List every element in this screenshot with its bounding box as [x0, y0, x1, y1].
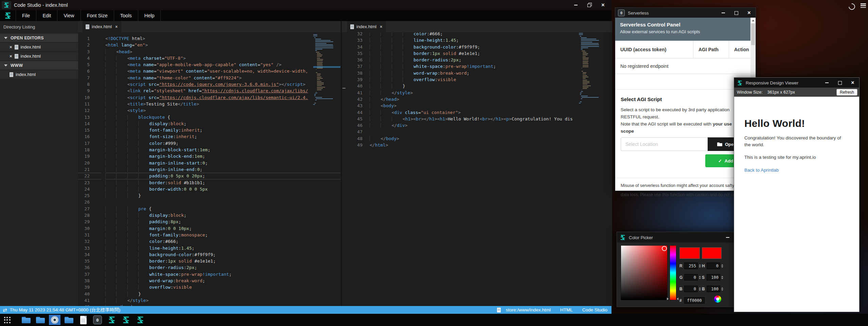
code-line[interactable]: <body> — [370, 102, 612, 109]
taskbar-icon-code-studio[interactable] — [120, 315, 132, 325]
code-line[interactable]: <h1><br></h1><h1>Hello World!<br></h1><p… — [370, 116, 612, 122]
sync-icon[interactable]: ⇄ — [3, 307, 7, 313]
taskbar-icon-code-studio[interactable] — [106, 315, 118, 325]
code-line[interactable]: <title>Testing Site</title> — [105, 101, 340, 107]
taskbar-icon-disc[interactable] — [49, 315, 60, 325]
code-line[interactable]: font-family:monospace; — [105, 232, 340, 238]
tab-index-html[interactable]: index.html × — [83, 21, 121, 32]
sidebar-item-index.html[interactable]: ×index.html — [0, 52, 78, 60]
code-line[interactable]: border-radius:2px; — [105, 264, 340, 271]
scroll-up-icon[interactable] — [750, 18, 756, 23]
code-line[interactable]: margin-block-end:1em; — [105, 153, 340, 159]
code-editor[interactable]: <!DOCTYPE html><html lang="en"> <head> <… — [105, 32, 340, 306]
code-line[interactable] — [105, 199, 340, 205]
refresh-button[interactable]: Refresh — [836, 89, 857, 96]
menu-help[interactable]: Help — [138, 10, 161, 21]
sidebar-item-index.html[interactable]: ×index.html — [0, 43, 78, 51]
minimize-button[interactable] — [825, 80, 829, 85]
hue-field[interactable]: 0 — [707, 263, 720, 269]
code-line[interactable]: <div class="ui container"> — [370, 109, 612, 116]
tab-index-html[interactable]: index.html × — [347, 21, 386, 32]
spinner-control[interactable] — [699, 276, 701, 279]
code-line[interactable]: border:1px solid #e1e1e1; — [370, 50, 612, 57]
code-line[interactable]: border-radius:2px; — [370, 57, 612, 63]
scroll-handle[interactable] — [342, 88, 346, 89]
code-line[interactable]: line-height:1.45; — [370, 37, 612, 43]
restore-button[interactable] — [587, 3, 592, 7]
status-filepath[interactable]: store:/www/index.html — [506, 307, 551, 312]
code-line[interactable]: </html> — [370, 142, 612, 148]
close-button[interactable]: × — [601, 3, 605, 7]
saturation-field[interactable]: 100 — [707, 274, 720, 281]
code-line[interactable]: <link rel="stylesheet" href="https://cdn… — [105, 88, 340, 94]
close-button[interactable]: × — [850, 80, 855, 85]
code-line[interactable]: <head> — [105, 49, 340, 55]
code-line[interactable]: overflow:visible — [105, 284, 340, 290]
code-line[interactable]: font-family:inherit; — [105, 127, 340, 133]
code-line[interactable] — [370, 129, 612, 135]
code-line[interactable]: background-color:#f9f9f9; — [105, 251, 340, 258]
code-line[interactable]: </head> — [105, 304, 340, 306]
code-line[interactable]: background-color:#f9f9f9; — [370, 44, 612, 50]
code-line[interactable]: border:solid #b1b1b1; — [105, 179, 340, 186]
menu-tools[interactable]: Tools — [114, 10, 138, 21]
code-line[interactable]: font-size:inherit; — [105, 133, 340, 140]
code-line[interactable]: word-wrap:break-word; — [105, 277, 340, 284]
minimap[interactable] — [313, 34, 340, 306]
scroll-thumb[interactable] — [751, 23, 755, 45]
code-line[interactable]: </style> — [105, 297, 340, 304]
hex-field[interactable]: ff0000 — [684, 297, 705, 304]
code-line[interactable]: color:#999; — [105, 140, 340, 147]
spinner-control[interactable] — [699, 287, 701, 291]
close-icon[interactable]: × — [10, 54, 12, 59]
taskbar-icon-folder[interactable] — [35, 315, 46, 325]
code-line[interactable]: } — [370, 83, 612, 89]
taskbar-icon-app-launcher[interactable] — [1, 315, 13, 325]
saturation-value-canvas[interactable] — [621, 245, 668, 300]
code-line[interactable]: } — [105, 192, 340, 199]
taskbar-icon-code-studio[interactable] — [135, 315, 146, 325]
code-line[interactable]: margin-inline-end:0; — [105, 166, 340, 173]
code-line[interactable]: </style> — [370, 90, 612, 96]
menu-edit[interactable]: Edit — [36, 10, 57, 21]
hue-slider[interactable] — [670, 245, 676, 300]
minimize-button[interactable] — [573, 3, 578, 7]
menu-view[interactable]: View — [57, 10, 81, 21]
blue-field[interactable]: 0 — [684, 286, 698, 292]
code-line[interactable]: blockquote { — [105, 114, 340, 120]
green-field[interactable]: 0 — [684, 274, 698, 281]
code-line[interactable]: padding:8px; — [105, 218, 340, 225]
minimap[interactable] — [579, 33, 610, 306]
color-selector-ring[interactable] — [662, 246, 667, 251]
code-line[interactable]: display:block; — [105, 120, 340, 127]
code-line[interactable]: border-width:0 0 0 5px — [105, 186, 340, 192]
maximize-button[interactable] — [734, 11, 739, 15]
close-tab-icon[interactable]: × — [115, 24, 118, 29]
code-line[interactable]: </div> — [370, 122, 612, 129]
taskbar-icon-folder[interactable] — [20, 315, 32, 325]
red-field[interactable]: 255 — [684, 263, 698, 269]
code-line[interactable]: white-space:pre-wrap!important; — [105, 271, 340, 277]
spinner-control[interactable] — [721, 287, 723, 291]
code-line[interactable]: color:#666; — [105, 238, 340, 245]
sidebar-section-open-editors[interactable]: OPEN EDITORS — [0, 34, 78, 42]
code-line[interactable]: margin-inline-start:0; — [105, 160, 340, 166]
code-line[interactable]: </body> — [370, 135, 612, 142]
code-line[interactable]: line-height:1.45; — [105, 245, 340, 251]
sidebar-section-www[interactable]: WWW — [0, 61, 78, 70]
code-line[interactable]: <script src="https://code.jquery.com/jqu… — [105, 81, 340, 88]
code-line[interactable]: <meta charset="UTF-8"> — [105, 55, 340, 61]
spinner-control[interactable] — [721, 264, 723, 268]
code-editor[interactable]: color:#666; line-height:1.45; background… — [370, 32, 612, 301]
code-line[interactable]: <html lang="en"> — [105, 42, 340, 48]
close-tab-icon[interactable]: × — [380, 24, 382, 29]
maximize-button[interactable] — [837, 80, 842, 85]
code-line[interactable]: <meta name="viewport" content="user-scal… — [105, 68, 340, 74]
color-wheel-icon[interactable] — [714, 295, 721, 303]
code-line[interactable]: border:1px solid #e1e1e1; — [105, 258, 340, 264]
code-line[interactable]: margin-block-start:1em; — [105, 147, 340, 153]
code-line[interactable]: <meta name="theme-color" content="#ff922… — [105, 75, 340, 81]
taskbar-icon-serverless[interactable]: 0 — [92, 315, 103, 325]
code-line[interactable]: <!DOCTYPE html> — [105, 35, 340, 42]
code-line[interactable]: <meta name="apple-mobile-web-app-capable… — [105, 61, 340, 68]
